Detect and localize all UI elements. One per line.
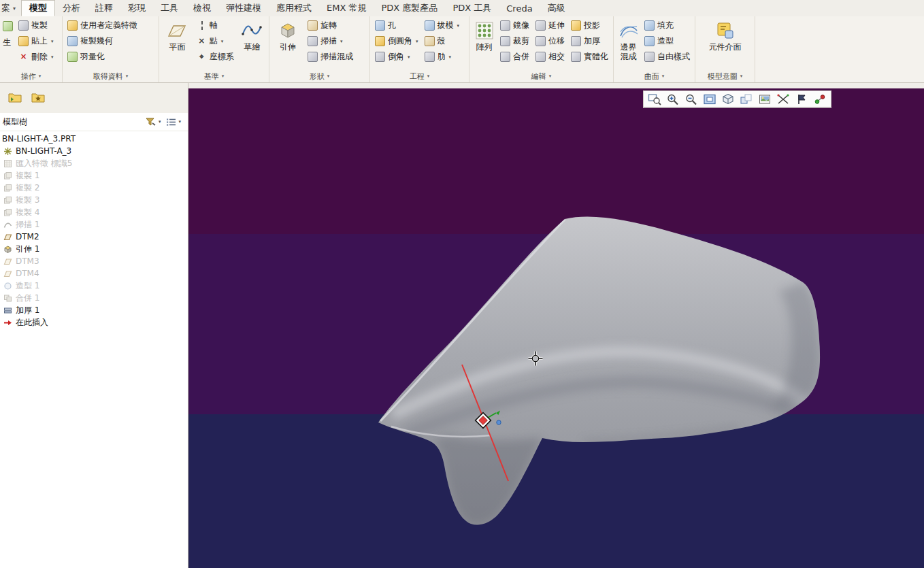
regenerate-button-clipped[interactable]: 生	[3, 18, 14, 48]
annotation-display-button[interactable]	[793, 92, 810, 106]
trim-button[interactable]: 裁剪	[498, 34, 531, 48]
boundary-blend-button[interactable]: 邊界混成	[616, 18, 640, 63]
swept-blend-button[interactable]: 掃描混成	[306, 50, 355, 64]
zoom-region-icon	[648, 93, 661, 105]
tree-node-dtm2[interactable]: DTM2	[0, 231, 188, 243]
sketch-button[interactable]: 草繪	[238, 18, 266, 54]
style-button[interactable]: 造型	[642, 34, 692, 48]
datum-axis-button[interactable]: 軸	[195, 18, 236, 33]
tab-advanced[interactable]: 高級	[540, 0, 573, 16]
pattern-button[interactable]: 陣列	[472, 18, 496, 54]
tab-analysis[interactable]: 分析	[55, 0, 88, 16]
3d-viewport-canvas[interactable]	[188, 88, 924, 568]
datum-display-filter-button[interactable]	[774, 92, 792, 106]
tree-node-copy-4[interactable]: 複製 4	[0, 206, 188, 218]
paste-button[interactable]: 貼上 ▾	[16, 34, 56, 48]
view-manager-button[interactable]	[756, 92, 774, 106]
tree-node-part[interactable]: BN-LIGHT-A_3	[0, 145, 188, 157]
tab-model[interactable]: 模型	[21, 0, 55, 16]
delete-button[interactable]: × 刪除 ▾	[16, 50, 56, 64]
freestyle-button[interactable]: 自由樣式	[642, 50, 692, 64]
display-style-button[interactable]	[719, 92, 737, 106]
project-button[interactable]: 投影	[569, 18, 610, 33]
tab-flexible-modeling[interactable]: 彈性建模	[218, 0, 269, 16]
shell-icon	[425, 36, 435, 46]
tab-annotate[interactable]: 註釋	[88, 0, 120, 16]
group-overflow-operations[interactable]: 操作 ▾	[0, 70, 62, 82]
tab-render[interactable]: 彩現	[120, 0, 153, 16]
graphics-area[interactable]	[188, 88, 924, 568]
thicken-button[interactable]: 加厚	[569, 34, 610, 48]
coordinate-system-button[interactable]: ⌖ 座標系	[195, 50, 236, 64]
component-interface-button[interactable]: 元件介面	[706, 18, 745, 54]
rib-button[interactable]: 肋 ▾	[423, 50, 462, 64]
tab-pdx-products[interactable]: PDX 應製產品	[374, 0, 445, 16]
saved-orientations-button[interactable]	[738, 92, 755, 106]
draft-button[interactable]: 拔模 ▾	[423, 18, 462, 33]
tree-node-sweep-1[interactable]: 掃描 1	[0, 218, 188, 231]
group-overflow-shapes[interactable]: 形狀 ▾	[269, 70, 369, 82]
tree-node-style-1[interactable]: 造型 1	[0, 280, 188, 292]
sweep-button[interactable]: 掃描 ▾	[306, 34, 355, 48]
tree-settings-button[interactable]: ▾	[163, 117, 184, 127]
shrinkwrap-button[interactable]: 羽量化	[65, 50, 139, 64]
tab-applications[interactable]: 應用程式	[269, 0, 319, 16]
tab-creda[interactable]: Creda	[499, 0, 540, 16]
extrude-button[interactable]: 引伸	[272, 18, 303, 54]
zoom-in-button[interactable]	[664, 92, 682, 106]
mirror-button[interactable]: 鏡像	[498, 18, 531, 33]
intersect-button[interactable]: 相交	[533, 50, 567, 64]
revolve-button[interactable]: 旋轉	[306, 18, 355, 33]
group-overflow-model-intent[interactable]: 模型意圖 ▾	[695, 70, 755, 82]
dropdown-caret-icon: ▾	[662, 73, 665, 79]
tree-node-dtm4[interactable]: DTM4	[0, 267, 188, 280]
hole-button[interactable]: 孔	[373, 18, 420, 33]
tab-tools[interactable]: 工具	[153, 0, 186, 16]
folder-browser-button[interactable]	[5, 88, 24, 106]
group-overflow-get-data[interactable]: 取得資料 ▾	[63, 70, 159, 82]
solidify-button[interactable]: 實體化	[569, 50, 610, 64]
zoom-out-button[interactable]	[682, 92, 700, 106]
chamfer-button[interactable]: 倒角 ▾	[373, 50, 420, 64]
tree-node-copy-1[interactable]: 複製 1	[0, 169, 188, 182]
offset-button[interactable]: 位移	[533, 34, 567, 48]
tab-file-menu[interactable]: 案 ▾	[0, 0, 21, 16]
tree-node-copy-3[interactable]: 複製 3	[0, 194, 188, 206]
zoom-region-button[interactable]	[646, 92, 663, 106]
datum-point-button[interactable]: × 點 ▾	[195, 34, 236, 48]
spin-center-button[interactable]	[811, 92, 829, 106]
tree-node-thicken-1[interactable]: 加厚 1	[0, 304, 188, 316]
tree-node-import-feature[interactable]: 匯入特徵 標識5	[0, 157, 188, 169]
tree-node-label: 引伸 1	[16, 244, 39, 255]
round-button[interactable]: 倒圓角 ▾	[373, 34, 420, 48]
group-overflow-engineering[interactable]: 工程 ▾	[370, 70, 469, 82]
annotation-display-icon	[795, 93, 808, 105]
tree-filters-button[interactable]: ▾	[143, 116, 164, 127]
group-overflow-datum[interactable]: 基準 ▾	[159, 70, 269, 82]
datum-display-filter-icon	[776, 93, 790, 105]
datum-plane-button[interactable]: 平面	[162, 18, 193, 54]
tree-node-root[interactable]: BN-LIGHT-A_3.PRT	[0, 133, 188, 145]
tree-node-extrude-1[interactable]: 引伸 1	[0, 243, 188, 255]
dropdown-caret-icon: ▾	[427, 73, 430, 79]
file-menu-label: 案	[1, 2, 10, 14]
group-overflow-edit[interactable]: 編輯 ▾	[469, 70, 613, 82]
fill-button[interactable]: 填充	[642, 18, 692, 33]
group-overflow-surfaces[interactable]: 曲面 ▾	[614, 70, 695, 82]
copy-button[interactable]: 複製	[16, 18, 56, 33]
tree-node-copy-2[interactable]: 複製 2	[0, 182, 188, 194]
tab-pdx-tools[interactable]: PDX 工具	[445, 0, 499, 16]
blue-drag-dot[interactable]	[497, 420, 501, 424]
favorites-button[interactable]	[29, 88, 48, 106]
tree-node-insert-here[interactable]: 在此插入	[0, 316, 188, 329]
tab-view[interactable]: 檢視	[186, 0, 218, 16]
refit-button[interactable]	[701, 92, 719, 106]
extend-button[interactable]: 延伸	[533, 18, 567, 33]
merge-button[interactable]: 合併	[498, 50, 531, 64]
tree-node-dtm3[interactable]: DTM3	[0, 255, 188, 267]
shell-button[interactable]: 殼	[423, 34, 462, 48]
tree-node-merge-1[interactable]: 合併 1	[0, 292, 188, 304]
user-defined-feature-button[interactable]: 使用者定義特徵	[65, 18, 139, 33]
tab-emx-general[interactable]: EMX 常規	[319, 0, 374, 16]
copy-geometry-button[interactable]: 複製幾何	[65, 34, 139, 48]
